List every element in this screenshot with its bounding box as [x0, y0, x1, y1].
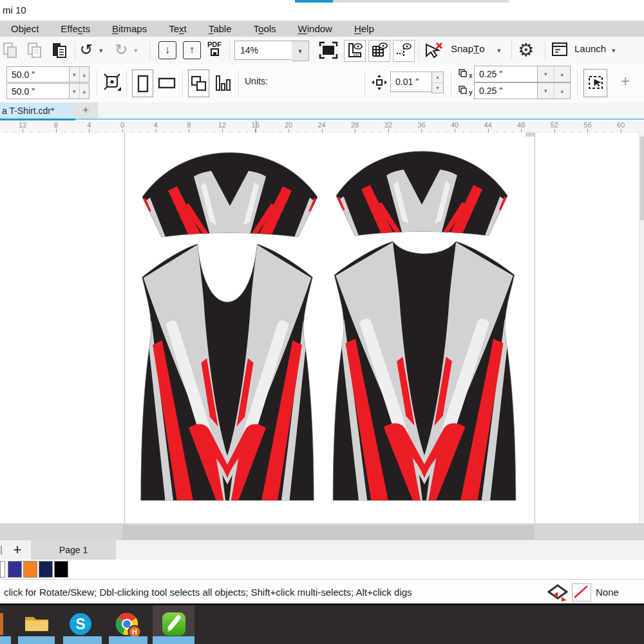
file-explorer-icon[interactable] — [24, 612, 50, 634]
green-note-icon[interactable] — [162, 612, 186, 636]
new-document-tab-button[interactable]: + — [73, 102, 98, 118]
jersey-body-back[interactable] — [329, 238, 520, 502]
property-bar: 50.0 " ▾▴ 50.0 " ▾▴ Units: inches ▾ — [0, 64, 644, 102]
landscape-button[interactable] — [156, 70, 176, 96]
page-tab[interactable]: Page 1 — [31, 540, 116, 560]
nudge-spinner[interactable]: ▴▾ — [431, 71, 444, 93]
paste-icon[interactable] — [52, 42, 67, 59]
redo-dropdown-caret[interactable]: ▾ — [134, 46, 138, 55]
separator — [577, 70, 578, 96]
vertical-scrollbar-thumb[interactable] — [640, 137, 644, 220]
launch-icon[interactable] — [551, 41, 569, 58]
zoom-level-field[interactable]: 14% — [234, 41, 298, 60]
treat-as-filled-button[interactable] — [583, 69, 607, 97]
color-swatch[interactable] — [54, 561, 68, 578]
import-icon[interactable]: ↓ — [158, 41, 176, 59]
export-icon[interactable]: ↑ — [183, 41, 201, 59]
page-height-field[interactable]: 50.0 " — [6, 83, 73, 99]
separator — [97, 70, 97, 96]
menu-help[interactable]: Help — [343, 23, 385, 34]
per-page-layers-button[interactable] — [213, 70, 232, 96]
menu-effects[interactable]: Effects — [50, 23, 101, 34]
redo-icon[interactable]: ↻ — [115, 42, 128, 57]
color-swatch[interactable] — [0, 561, 5, 578]
tab-underline — [0, 118, 644, 120]
jersey-body-front[interactable] — [137, 240, 317, 502]
ruler-label: 8 — [54, 121, 58, 129]
drawing-canvas[interactable] — [0, 133, 644, 524]
menu-table[interactable]: Table — [198, 23, 243, 34]
menu-bar: ObjectEffectsBitmapsTextTableToolsWindow… — [0, 21, 644, 37]
color-swatch[interactable] — [23, 561, 37, 578]
ruler-label: 40 — [451, 121, 459, 129]
paste-special-icon[interactable] — [3, 42, 18, 59]
publish-pdf-icon[interactable]: PDF — [207, 41, 222, 56]
page-left-border — [124, 133, 125, 524]
separator — [511, 41, 512, 59]
copy-icon[interactable] — [27, 42, 43, 59]
ruler-label: 48 — [517, 121, 525, 129]
duplicate-x-icon: x — [459, 69, 473, 79]
horizontal-scrollbar-thumb[interactable] — [122, 526, 535, 540]
outline-none-swatch[interactable] — [572, 583, 591, 601]
show-grid-button[interactable] — [368, 40, 390, 62]
duplicate-y-spinner[interactable]: ▾▴ — [537, 82, 571, 99]
zoom-dropdown-caret[interactable]: ▾ — [292, 41, 309, 61]
outline-none-label: None — [596, 580, 619, 604]
chrome-icon[interactable]: H — [115, 612, 142, 639]
launch-caret[interactable]: ▾ — [612, 46, 616, 55]
ruler-label: 36 — [417, 121, 425, 129]
show-rulers-button[interactable] — [344, 40, 366, 62]
separator — [365, 70, 365, 96]
undo-icon[interactable]: ↺ — [80, 42, 93, 57]
autofit-page-icon[interactable] — [102, 71, 122, 93]
menu-bitmaps[interactable]: Bitmaps — [101, 23, 158, 34]
duplicate-y-field[interactable]: 0.25 " — [474, 82, 542, 99]
add-property-icon[interactable]: + — [621, 73, 630, 89]
jersey-sleeve-piece-front[interactable] — [140, 147, 320, 240]
launch-label[interactable]: Launch — [574, 43, 606, 54]
snap-to-caret[interactable]: ▾ — [497, 46, 501, 55]
document-tab[interactable]: a T-Shirt.cdr* — [0, 102, 73, 118]
options-gear-icon[interactable]: ⚙ — [518, 39, 534, 61]
menu-window[interactable]: Window — [287, 23, 343, 34]
separator — [149, 41, 150, 59]
snap-off-icon[interactable] — [424, 41, 444, 60]
fill-indicator-icon[interactable] — [547, 584, 568, 602]
ruler-cursor-marker — [256, 120, 256, 133]
duplicate-x-spinner[interactable]: ▾▴ — [537, 66, 571, 82]
status-hint-text: click for Rotate/Skew; Dbl-clicking tool… — [4, 580, 412, 604]
color-swatch[interactable] — [8, 561, 22, 578]
duplicate-y-icon: y — [459, 86, 473, 96]
page-width-spinner[interactable]: ▾▴ — [69, 66, 90, 82]
ruler[interactable]: 128404812162024283236404448525660 — [0, 120, 644, 133]
nudge-field[interactable]: 0.01 " — [390, 71, 436, 92]
running-app-indicator — [18, 636, 55, 644]
portrait-button[interactable] — [132, 70, 153, 97]
page-height-spinner[interactable]: ▾▴ — [69, 83, 90, 99]
undo-dropdown-caret[interactable]: ▾ — [99, 46, 103, 55]
fullscreen-preview-icon[interactable] — [318, 41, 339, 60]
taskbar-partial-icon[interactable] — [0, 613, 3, 635]
add-page-button[interactable]: + — [8, 540, 27, 560]
menu-text[interactable]: Text — [158, 23, 198, 34]
show-guidelines-button[interactable] — [393, 40, 415, 62]
all-pages-button[interactable] — [188, 70, 209, 97]
page-width-field[interactable]: 50.0 " — [6, 66, 73, 82]
running-app-indicator — [63, 636, 102, 644]
duplicate-x-field[interactable]: 0.25 " — [474, 66, 542, 82]
menu-object[interactable]: Object — [0, 23, 50, 34]
vertical-scrollbar[interactable] — [639, 133, 644, 524]
ruler-label: 28 — [351, 121, 359, 129]
ruler-label: 60 — [617, 121, 625, 129]
corel-draw-window: mi 10 ObjectEffectsBitmapsTextTableTools… — [0, 0, 644, 644]
horizontal-scrollbar[interactable] — [0, 524, 644, 541]
snap-to-label[interactable]: Snap To — [451, 43, 485, 54]
page-nav-partial[interactable] — [1, 545, 2, 554]
ruler-label: 32 — [384, 121, 392, 129]
skype-icon[interactable]: S — [68, 612, 93, 636]
menu-tools[interactable]: Tools — [243, 23, 287, 34]
color-swatch[interactable] — [39, 561, 53, 578]
jersey-sleeve-piece-back[interactable] — [334, 146, 510, 239]
running-app-indicator — [109, 636, 147, 644]
